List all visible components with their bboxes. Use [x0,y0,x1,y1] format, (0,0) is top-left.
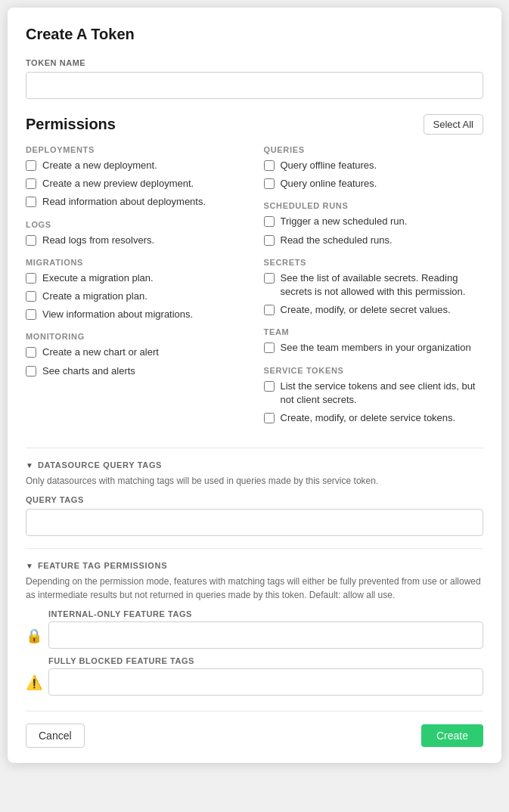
srv1-label[interactable]: List the service tokens and see client i… [281,380,484,407]
mon1-label[interactable]: Create a new chart or alert [42,346,159,359]
mon1-checkbox[interactable] [26,347,36,358]
mig2-checkbox[interactable] [26,291,36,302]
log1-checkbox[interactable] [26,235,36,246]
fully-blocked-feature-tags-input[interactable] [48,668,483,696]
permissions-grid: DEPLOYMENTS Create a new deployment. Cre… [26,145,483,435]
dep3-checkbox[interactable] [26,197,36,207]
monitoring-title: MONITORING [26,332,246,341]
fully-blocked-label: FULLY BLOCKED FEATURE TAGS [48,656,483,665]
feature-tag-permissions-title: FEATURE TAG PERMISSIONS [38,561,167,570]
list-item: View information about migrations. [26,308,246,321]
internal-feature-tag-row: 🔒 INTERNAL-ONLY FEATURE TAGS [26,609,483,649]
deployments-title: DEPLOYMENTS [26,145,246,154]
footer-buttons: Cancel Create [26,711,483,748]
fully-blocked-tag-wrapper: FULLY BLOCKED FEATURE TAGS [48,656,483,696]
srv1-checkbox[interactable] [264,381,275,392]
feature-tag-permissions-section: ▼ FEATURE TAG PERMISSIONS Depending on t… [26,561,483,696]
logs-section: LOGS Read logs from resolvers. [26,220,246,247]
log1-label[interactable]: Read logs from resolvers. [42,234,154,247]
list-item: Query offline features. [264,159,484,172]
dep3-label[interactable]: Read information about deployments. [42,195,206,209]
list-item: Create, modify, or delete secret values. [264,303,484,317]
list-item: See the team members in your organizatio… [264,341,484,355]
mig1-checkbox[interactable] [26,273,36,284]
cancel-button[interactable]: Cancel [26,724,85,748]
permissions-right-col: QUERIES Query offline features. Query on… [264,145,484,435]
service-tokens-section: SERVICE TOKENS List the service tokens a… [264,366,484,426]
logs-title: LOGS [26,220,246,229]
mig3-label[interactable]: View information about migrations. [42,308,193,321]
fully-blocked-feature-tag-row: ⚠️ FULLY BLOCKED FEATURE TAGS [26,656,483,696]
token-name-input[interactable] [26,72,483,99]
que2-checkbox[interactable] [264,178,275,189]
que1-label[interactable]: Query offline features. [281,159,377,172]
divider [26,448,483,448]
list-item: Read the scheduled runs. [264,234,484,247]
tea1-checkbox[interactable] [264,342,275,353]
permissions-header: Permissions Select All [26,114,483,135]
query-tags-label: QUERY TAGS [26,495,483,504]
service-tokens-title: SERVICE TOKENS [264,366,484,375]
mon2-checkbox[interactable] [26,366,36,377]
team-title: TEAM [264,327,484,336]
list-item: List the service tokens and see client i… [264,380,484,407]
sec2-checkbox[interactable] [264,305,275,315]
dep1-label[interactable]: Create a new deployment. [42,159,157,172]
internal-feature-tags-input[interactable] [48,621,483,649]
feature-tag-permissions-description: Depending on the permission mode, featur… [26,575,483,602]
select-all-button[interactable]: Select All [424,114,483,135]
list-item: Create, modify, or delete service tokens… [264,411,484,425]
create-token-modal: Create A Token TOKEN NAME Permissions Se… [8,8,501,763]
datasource-query-tags-section: ▼ DATASOURCE QUERY TAGS Only datasources… [26,460,483,536]
permissions-left-col: DEPLOYMENTS Create a new deployment. Cre… [26,145,246,435]
sch2-checkbox[interactable] [264,235,275,246]
list-item: Execute a migration plan. [26,271,246,285]
triangle-icon: ▼ [26,461,33,470]
sch2-label[interactable]: Read the scheduled runs. [281,234,393,247]
token-name-field: TOKEN NAME [26,58,483,99]
secrets-title: SECRETS [264,258,484,267]
list-item: Create a new preview deployment. [26,177,246,191]
mig2-label[interactable]: Create a migration plan. [42,290,147,303]
sec1-checkbox[interactable] [264,273,275,284]
datasource-query-tags-title: DATASOURCE QUERY TAGS [38,460,162,470]
lock-icon: 🔒 [26,628,42,644]
sec1-label[interactable]: See the list of available secrets. Readi… [281,271,484,299]
internal-label: INTERNAL-ONLY FEATURE TAGS [48,609,483,618]
internal-tag-wrapper: INTERNAL-ONLY FEATURE TAGS [48,609,483,649]
que1-checkbox[interactable] [264,160,275,171]
team-section: TEAM See the team members in your organi… [264,327,484,355]
list-item: Create a new chart or alert [26,346,246,359]
triangle-icon-2: ▼ [26,562,33,570]
list-item: Create a migration plan. [26,290,246,303]
list-item: Read logs from resolvers. [26,234,246,247]
list-item: See charts and alerts [26,364,246,378]
que2-label[interactable]: Query online features. [281,177,377,191]
list-item: Read information about deployments. [26,195,246,209]
migrations-section: MIGRATIONS Execute a migration plan. Cre… [26,258,246,322]
srv2-checkbox[interactable] [264,413,275,423]
feature-tag-permissions-header[interactable]: ▼ FEATURE TAG PERMISSIONS [26,561,483,570]
divider-2 [26,548,483,549]
sch1-checkbox[interactable] [264,216,275,227]
list-item: Trigger a new scheduled run. [264,215,484,228]
modal-title: Create A Token [26,26,483,43]
srv2-label[interactable]: Create, modify, or delete service tokens… [281,411,456,425]
datasource-query-tags-description: Only datasources with matching tags will… [26,474,483,488]
dep1-checkbox[interactable] [26,160,36,171]
mig3-checkbox[interactable] [26,309,36,320]
dep2-label[interactable]: Create a new preview deployment. [42,177,194,191]
migrations-title: MIGRATIONS [26,258,246,267]
datasource-query-tags-header[interactable]: ▼ DATASOURCE QUERY TAGS [26,460,483,470]
list-item: Query online features. [264,177,484,191]
queries-title: QUERIES [264,145,484,154]
list-item: See the list of available secrets. Readi… [264,271,484,299]
sch1-label[interactable]: Trigger a new scheduled run. [281,215,408,228]
mig1-label[interactable]: Execute a migration plan. [42,271,154,285]
mon2-label[interactable]: See charts and alerts [42,364,135,378]
tea1-label[interactable]: See the team members in your organizatio… [281,341,471,355]
query-tags-input[interactable] [26,509,483,536]
sec2-label[interactable]: Create, modify, or delete secret values. [281,303,451,317]
create-button[interactable]: Create [421,724,483,747]
dep2-checkbox[interactable] [26,178,36,189]
